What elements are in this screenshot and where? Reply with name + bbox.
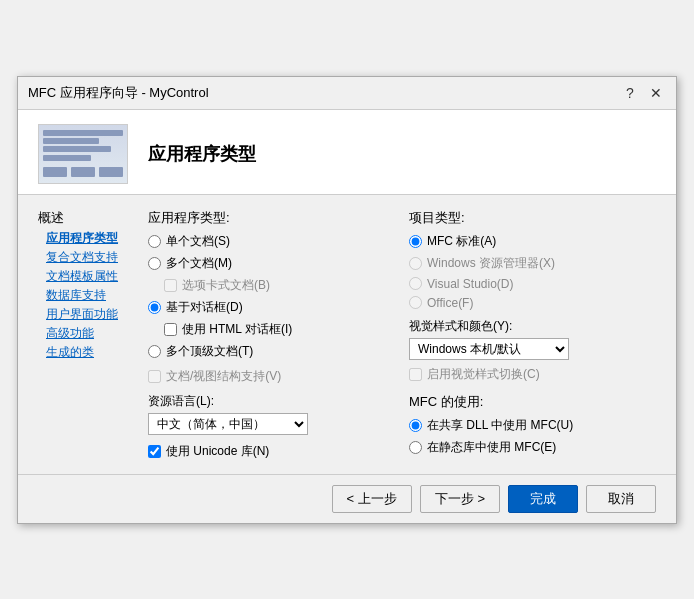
- mfc-standard-radio[interactable]: [409, 235, 422, 248]
- mfc-usage-section: MFC 的使用: 在共享 DLL 中使用 MFC(U) 在静态库中使用 MFC(…: [409, 393, 656, 456]
- app-type-radio-group: 单个文档(S) 多个文档(M) 选项卡式文档(B) 基于对话框(D): [148, 233, 395, 360]
- switch-style-checkbox: [409, 368, 422, 381]
- finish-button[interactable]: 完成: [508, 485, 578, 513]
- sidebar-item-app-type[interactable]: 应用程序类型: [38, 229, 138, 248]
- wizard-image: [38, 124, 128, 184]
- visual-style-select[interactable]: Windows 本机/默认: [409, 338, 569, 360]
- visual-studio-radio: [409, 277, 422, 290]
- static-lib-radio[interactable]: [409, 441, 422, 454]
- app-type-label: 应用程序类型:: [148, 209, 395, 227]
- header-section: 应用程序类型: [18, 110, 676, 195]
- sidebar-item-generated-class[interactable]: 生成的类: [38, 343, 138, 362]
- static-lib-option[interactable]: 在静态库中使用 MFC(E): [409, 439, 656, 456]
- unicode-checkbox[interactable]: [148, 445, 161, 458]
- mfc-usage-radio-group: 在共享 DLL 中使用 MFC(U) 在静态库中使用 MFC(E): [409, 417, 656, 456]
- static-lib-label: 在静态库中使用 MFC(E): [427, 439, 556, 456]
- html-dialog-option[interactable]: 使用 HTML 对话框(I): [164, 321, 395, 338]
- multi-toplevel-radio[interactable]: [148, 345, 161, 358]
- single-doc-radio[interactable]: [148, 235, 161, 248]
- title-bar: MFC 应用程序向导 - MyControl ? ✕: [18, 77, 676, 110]
- office-option: Office(F): [409, 296, 656, 310]
- sidebar-item-ui-features[interactable]: 用户界面功能: [38, 305, 138, 324]
- page-title: 应用程序类型: [148, 142, 256, 166]
- resource-lang-label: 资源语言(L):: [148, 393, 395, 410]
- switch-style-option: 启用视觉样式切换(C): [409, 366, 656, 383]
- cancel-button[interactable]: 取消: [586, 485, 656, 513]
- docview-support-checkbox: [148, 370, 161, 383]
- unicode-option[interactable]: 使用 Unicode 库(N): [148, 443, 395, 460]
- html-dialog-label: 使用 HTML 对话框(I): [182, 321, 292, 338]
- help-button[interactable]: ?: [620, 83, 640, 103]
- multi-doc-option[interactable]: 多个文档(M): [148, 255, 395, 272]
- visual-style-label: 视觉样式和颜色(Y):: [409, 318, 656, 335]
- sidebar-nav: 应用程序类型 复合文档支持 文档模板属性 数据库支持 用户界面功能 高级功能 生…: [38, 229, 138, 362]
- sidebar: 概述 应用程序类型 复合文档支持 文档模板属性 数据库支持 用户界面功能 高级功…: [38, 209, 138, 464]
- windows-explorer-radio: [409, 257, 422, 270]
- sidebar-overview-label: 概述: [38, 209, 138, 227]
- single-doc-option[interactable]: 单个文档(S): [148, 233, 395, 250]
- multi-toplevel-option[interactable]: 多个顶级文档(T): [148, 343, 395, 360]
- left-panel: 应用程序类型: 单个文档(S) 多个文档(M) 选项卡式文档(B): [148, 209, 395, 464]
- project-type-label: 项目类型:: [409, 209, 656, 227]
- mfc-standard-option[interactable]: MFC 标准(A): [409, 233, 656, 250]
- shared-dll-label: 在共享 DLL 中使用 MFC(U): [427, 417, 573, 434]
- visual-style-group: 视觉样式和颜色(Y): Windows 本机/默认: [409, 318, 656, 360]
- content-area: 应用程序类型: 单个文档(S) 多个文档(M) 选项卡式文档(B): [148, 209, 656, 464]
- office-radio: [409, 296, 422, 309]
- back-button[interactable]: < 上一步: [332, 485, 412, 513]
- main-content: 概述 应用程序类型 复合文档支持 文档模板属性 数据库支持 用户界面功能 高级功…: [18, 195, 676, 474]
- project-type-radio-group: MFC 标准(A) Windows 资源管理器(X) Visual Studio…: [409, 233, 656, 310]
- multi-toplevel-label: 多个顶级文档(T): [166, 343, 253, 360]
- visual-studio-option: Visual Studio(D): [409, 277, 656, 291]
- next-button[interactable]: 下一步 >: [420, 485, 500, 513]
- main-dialog: MFC 应用程序向导 - MyControl ? ✕: [17, 76, 677, 524]
- html-dialog-checkbox[interactable]: [164, 323, 177, 336]
- multi-doc-label: 多个文档(M): [166, 255, 232, 272]
- footer: < 上一步 下一步 > 完成 取消: [18, 474, 676, 523]
- unicode-label: 使用 Unicode 库(N): [166, 443, 269, 460]
- sidebar-item-doc-template[interactable]: 文档模板属性: [38, 267, 138, 286]
- dialog-based-label: 基于对话框(D): [166, 299, 243, 316]
- windows-explorer-label: Windows 资源管理器(X): [427, 255, 555, 272]
- sidebar-item-db-support[interactable]: 数据库支持: [38, 286, 138, 305]
- docview-support-label: 文档/视图结构支持(V): [166, 368, 281, 385]
- title-bar-buttons: ? ✕: [620, 83, 666, 103]
- mfc-usage-label: MFC 的使用:: [409, 393, 656, 411]
- sidebar-item-advanced[interactable]: 高级功能: [38, 324, 138, 343]
- sidebar-item-compound-doc[interactable]: 复合文档支持: [38, 248, 138, 267]
- tabbed-doc-option: 选项卡式文档(B): [164, 277, 395, 294]
- dialog-based-option[interactable]: 基于对话框(D): [148, 299, 395, 316]
- mfc-standard-label: MFC 标准(A): [427, 233, 496, 250]
- dialog-body: 应用程序类型 概述 应用程序类型 复合文档支持 文档模板属性 数据库支持 用户界…: [18, 110, 676, 523]
- right-panel: 项目类型: MFC 标准(A) Windows 资源管理器(X) Visu: [409, 209, 656, 464]
- close-button[interactable]: ✕: [646, 83, 666, 103]
- tabbed-doc-label: 选项卡式文档(B): [182, 277, 270, 294]
- shared-dll-option[interactable]: 在共享 DLL 中使用 MFC(U): [409, 417, 656, 434]
- office-label: Office(F): [427, 296, 473, 310]
- resource-lang-select[interactable]: 中文（简体，中国）: [148, 413, 308, 435]
- resource-lang-group: 资源语言(L): 中文（简体，中国）: [148, 393, 395, 435]
- multi-doc-radio[interactable]: [148, 257, 161, 270]
- dialog-title: MFC 应用程序向导 - MyControl: [28, 84, 209, 102]
- shared-dll-radio[interactable]: [409, 419, 422, 432]
- switch-style-label: 启用视觉样式切换(C): [427, 366, 540, 383]
- visual-studio-label: Visual Studio(D): [427, 277, 513, 291]
- single-doc-label: 单个文档(S): [166, 233, 230, 250]
- windows-explorer-option: Windows 资源管理器(X): [409, 255, 656, 272]
- tabbed-doc-checkbox: [164, 279, 177, 292]
- docview-support-option: 文档/视图结构支持(V): [148, 368, 395, 385]
- dialog-based-radio[interactable]: [148, 301, 161, 314]
